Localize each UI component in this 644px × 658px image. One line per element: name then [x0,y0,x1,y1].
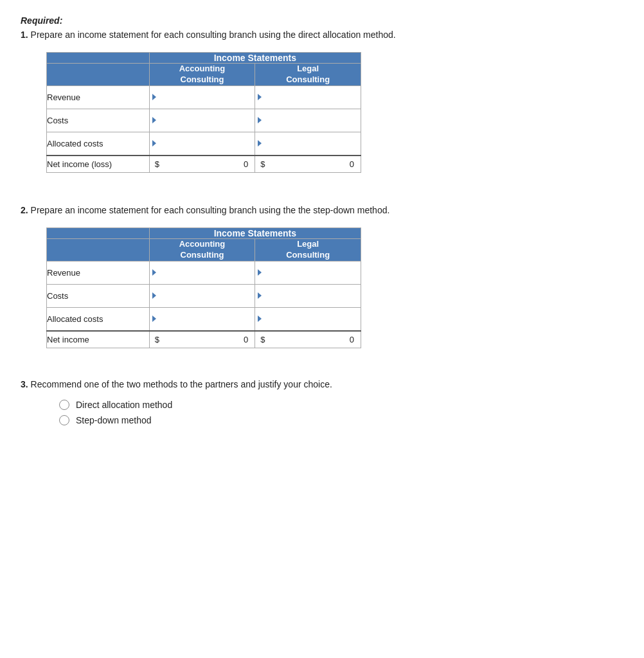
question-1-text: 1. Prepare an income statement for each … [21,28,623,42]
q1-net-col1[interactable]: $ 0 [149,156,255,173]
q2-empty-header [47,227,150,238]
triangle-icon [152,94,156,100]
list-item[interactable]: Step-down method [59,415,623,425]
question-3: 3. Recommend one of the two methods to t… [21,379,623,425]
q1-costs-label: Costs [47,109,150,132]
triangle-icon [258,316,262,322]
required-label: Required: [21,15,623,26]
q2-revenue-col1[interactable] [149,261,255,284]
q2-costs-col1[interactable] [149,284,255,307]
q1-text: Prepare an income statement for each con… [31,30,396,40]
triangle-icon [258,94,262,100]
q2-costs-col2-input[interactable] [264,288,358,304]
radio-step-down[interactable] [59,415,69,425]
q2-allocated-col2-input[interactable] [264,311,358,327]
q2-net-col1[interactable]: $ 0 [149,331,255,348]
question-2: 2. Prepare an income statement for each … [21,204,623,348]
q2-net-col2[interactable]: $ 0 [255,331,361,348]
triangle-icon [258,269,262,276]
q2-label-header [47,238,150,261]
triangle-icon [258,117,262,123]
table-row: Allocated costs [47,132,361,156]
table-row: Net income $ 0 $ 0 [47,331,361,348]
q1-net-col1-value: 0 [161,159,253,169]
q1-net-col1-dollar: $ [152,159,161,169]
q2-revenue-col2-input[interactable] [264,265,358,281]
q2-income-table: Income Statements AccountingConsulting L… [46,227,361,348]
q1-net-col2-dollar: $ [258,159,267,169]
q1-costs-col1-input[interactable] [159,112,253,129]
q1-revenue-col1-input[interactable] [159,89,253,105]
triangle-icon [152,316,156,322]
q1-net-label: Net income (loss) [47,156,150,173]
q2-net-col2-dollar: $ [258,335,267,344]
q1-costs-col2-input[interactable] [264,112,358,129]
q2-table-title: Income Statements [149,227,361,238]
q2-revenue-label: Revenue [47,261,150,284]
q2-col2-header: LegalConsulting [255,238,361,261]
question-1: 1. Prepare an income statement for each … [21,28,623,173]
q2-text: Prepare an income statement for each con… [31,205,390,215]
q2-allocated-col1[interactable] [149,307,255,331]
q2-col1-header: AccountingConsulting [149,238,255,261]
q1-costs-col2[interactable] [255,109,361,132]
q1-revenue-label: Revenue [47,85,150,109]
triangle-icon [152,292,156,299]
q1-allocated-col2[interactable] [255,132,361,156]
q1-allocated-label: Allocated costs [47,132,150,156]
q3-radio-group: Direct allocation method Step-down metho… [59,400,623,425]
list-item[interactable]: Direct allocation method [59,400,623,410]
table-row: Costs [47,284,361,307]
triangle-icon [258,140,262,147]
q2-allocated-col1-input[interactable] [159,311,253,327]
q1-label-header [47,64,150,86]
question-2-text: 2. Prepare an income statement for each … [21,204,623,217]
q2-net-col1-value: 0 [161,335,253,344]
q2-net-label: Net income [47,331,150,348]
q2-costs-label: Costs [47,284,150,307]
q1-revenue-col2-input[interactable] [264,89,358,105]
q2-revenue-col2[interactable] [255,261,361,284]
table-row: Revenue [47,85,361,109]
table-row: Revenue [47,261,361,284]
q1-allocated-col2-input[interactable] [264,136,358,152]
q1-allocated-col1-input[interactable] [159,136,253,152]
radio-direct-label: Direct allocation method [76,400,172,410]
q2-net-col1-dollar: $ [152,335,161,344]
q1-income-table: Income Statements AccountingConsulting L… [46,52,361,173]
triangle-icon [152,140,156,147]
q2-costs-col1-input[interactable] [159,288,253,304]
table-row: Costs [47,109,361,132]
radio-direct-allocation[interactable] [59,400,69,410]
triangle-icon [152,269,156,276]
q2-net-col2-value: 0 [267,335,358,344]
q2-allocated-label: Allocated costs [47,307,150,331]
q3-number: 3. [21,379,28,389]
q1-net-col2[interactable]: $ 0 [255,156,361,173]
q2-number: 2. [21,205,28,215]
table-row: Net income (loss) $ 0 $ 0 [47,156,361,173]
q2-revenue-col1-input[interactable] [159,265,253,281]
q1-col1-header: AccountingConsulting [149,64,255,86]
q1-revenue-col2[interactable] [255,85,361,109]
q1-costs-col1[interactable] [149,109,255,132]
q1-table-title: Income Statements [149,53,361,64]
table-row: Allocated costs [47,307,361,331]
q1-empty-header [47,53,150,64]
q1-number: 1. [21,30,28,40]
q1-revenue-col1[interactable] [149,85,255,109]
q1-col2-header: LegalConsulting [255,64,361,86]
q1-net-col2-value: 0 [267,159,358,169]
triangle-icon [258,292,262,299]
q1-allocated-col1[interactable] [149,132,255,156]
question-3-text: 3. Recommend one of the two methods to t… [21,379,623,389]
triangle-icon [152,117,156,123]
q2-costs-col2[interactable] [255,284,361,307]
radio-step-down-label: Step-down method [76,415,152,425]
q2-allocated-col2[interactable] [255,307,361,331]
q3-text: Recommend one of the two methods to the … [31,379,332,389]
